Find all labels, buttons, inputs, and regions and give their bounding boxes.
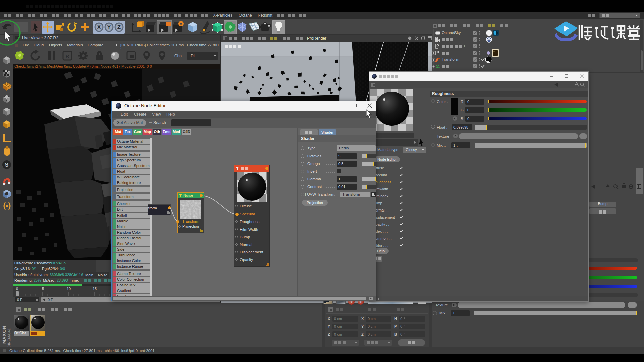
svg-text:R: R: [66, 53, 69, 59]
svg-text:DL: DL: [191, 54, 196, 58]
svg-text:X: X: [97, 24, 101, 31]
svg-text:MAXON: MAXON: [2, 326, 7, 344]
svg-text:CINEMA 4D: CINEMA 4D: [7, 328, 11, 348]
svg-text:T: T: [436, 58, 438, 62]
svg-text:Chn: Chn: [174, 54, 182, 58]
svg-text:S: S: [5, 162, 9, 168]
svg-text:Y: Y: [107, 24, 111, 31]
svg-text:Z: Z: [117, 24, 121, 31]
